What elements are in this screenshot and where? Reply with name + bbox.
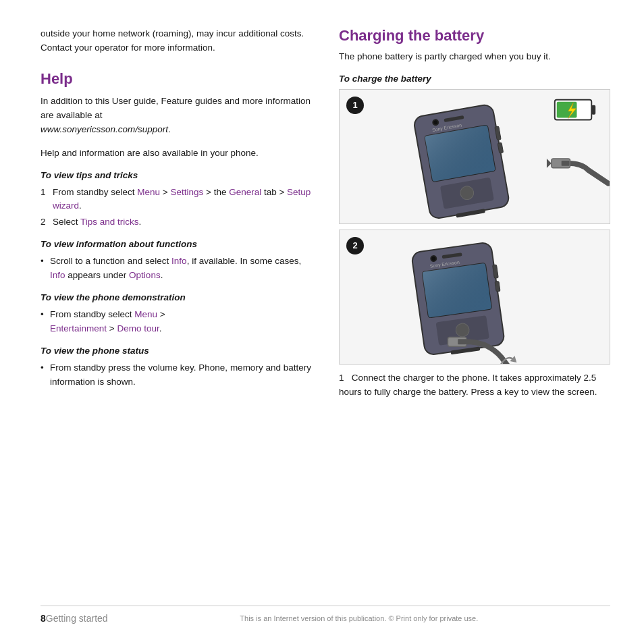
- charge-instruction: Connect the charger to the phone. It tak…: [339, 373, 597, 397]
- help-desc: In addition to this User guide, Feature …: [41, 95, 312, 137]
- footer-section-label: Getting started: [46, 613, 108, 624]
- footer-page-number: 8: [41, 613, 46, 624]
- svg-marker-18: [547, 159, 552, 168]
- page: outside your home network (roaming), may…: [0, 0, 644, 644]
- footer-note: This is an Internet version of this publ…: [108, 614, 610, 622]
- help-desc-text: In addition to this User guide, Feature …: [41, 96, 311, 120]
- status-title: To view the phone status: [41, 346, 312, 356]
- intro-text: outside your home network (roaming), may…: [41, 27, 312, 55]
- link-info-2: Info: [50, 270, 65, 280]
- charge-step-num: 1: [339, 373, 344, 383]
- status-bullet-1: From standby press the volume key. Phone…: [41, 361, 312, 390]
- left-column: outside your home network (roaming), may…: [41, 27, 312, 599]
- step-circle-2: 2: [346, 237, 364, 254]
- charge-step-text: 1 Connect the charger to the phone. It t…: [339, 371, 610, 400]
- svg-rect-17: [562, 161, 570, 166]
- svg-rect-21: [422, 263, 492, 318]
- content-columns: outside your home network (roaming), may…: [41, 27, 610, 599]
- svg-rect-13: [591, 105, 595, 115]
- charge-battery-title: To charge the battery: [339, 74, 610, 84]
- tips-title: To view tips and tricks: [41, 170, 312, 180]
- link-info-1: Info: [171, 256, 187, 266]
- help-desc2: Help and information are also available …: [41, 146, 312, 161]
- charging-desc: The phone battery is partly charged when…: [339, 50, 610, 64]
- demo-bullet-1: From standby select Menu > Entertainment…: [41, 308, 312, 336]
- right-column: Charging the battery The phone battery i…: [339, 27, 610, 599]
- tips-step-1: 1 From standby select Menu > Settings > …: [41, 186, 312, 214]
- status-bullets: From standby press the volume key. Phone…: [41, 361, 312, 390]
- help-title: Help: [41, 70, 312, 88]
- link-menu-2: Menu: [134, 309, 157, 319]
- footer: 8 Getting started This is an Internet ve…: [41, 606, 610, 624]
- phone-image-1: 1: [339, 89, 610, 224]
- link-settings: Settings: [170, 187, 203, 197]
- step-num-1: 1: [41, 186, 46, 200]
- link-entertainment: Entertainment: [50, 323, 107, 333]
- info-bullets: Scroll to a function and select Info, if…: [41, 254, 312, 283]
- link-general: General: [229, 187, 261, 197]
- demo-title: To view the phone demonstration: [41, 292, 312, 302]
- phone-illustration-2: Sony Ericsson: [340, 230, 610, 364]
- step-circle-1: 1: [346, 97, 364, 114]
- svg-marker-33: [510, 356, 516, 363]
- info-bullet-1: Scroll to a function and select Info, if…: [41, 254, 312, 283]
- info-title: To view information about functions: [41, 239, 312, 249]
- demo-bullets: From standby select Menu > Entertainment…: [41, 308, 312, 336]
- tips-step-2: 2 Select Tips and tricks.: [41, 215, 312, 230]
- charging-title: Charging the battery: [339, 27, 610, 45]
- tips-steps: 1 From standby select Menu > Settings > …: [41, 186, 312, 230]
- link-options: Options: [129, 270, 161, 280]
- step-num-2: 2: [41, 215, 46, 230]
- link-menu-1: Menu: [137, 187, 160, 197]
- link-tips-tricks: Tips and tricks: [80, 217, 139, 227]
- link-demo-tour: Demo tour: [117, 323, 159, 333]
- phone-image-2: 2: [339, 230, 610, 365]
- help-url: www.sonyericsson.com/support: [41, 124, 168, 134]
- phone-illustration-1: Sony Ericsson: [340, 90, 610, 223]
